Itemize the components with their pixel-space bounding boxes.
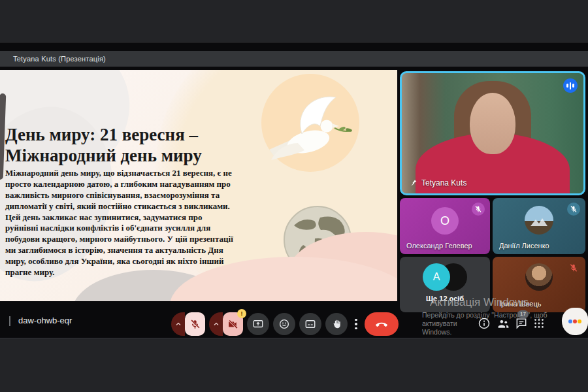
participant-tile-main[interactable]: Tetyana Kuts bbox=[400, 71, 585, 195]
chevron-up-icon bbox=[174, 320, 182, 328]
apps-grid-icon bbox=[532, 317, 546, 330]
present-screen-button[interactable] bbox=[247, 313, 269, 335]
screen: Tetyana Kuts (Презентація) bbox=[0, 0, 588, 392]
widget-dot bbox=[578, 319, 581, 323]
mic-options-button[interactable] bbox=[171, 312, 185, 336]
end-call-icon bbox=[374, 317, 389, 331]
camera-off-icon bbox=[227, 319, 238, 330]
captions-button[interactable] bbox=[299, 313, 321, 335]
reactions-button[interactable] bbox=[273, 313, 295, 335]
divider bbox=[9, 316, 10, 326]
slide-title-line2: Міжнародний день миру bbox=[5, 146, 247, 167]
widget-dot bbox=[573, 319, 577, 323]
call-controls: ! bbox=[171, 312, 399, 336]
more-options-button[interactable] bbox=[351, 313, 361, 335]
participant-name: Даніїл Лисенко bbox=[499, 242, 549, 250]
pin-icon bbox=[410, 179, 417, 187]
mic-off-icon bbox=[189, 319, 201, 330]
camera-toggle-button[interactable]: ! bbox=[223, 312, 243, 336]
people-count-badge: 17 bbox=[517, 310, 529, 318]
camera-alert-badge: ! bbox=[237, 309, 246, 318]
presenter-bar: Tetyana Kuts (Презентація) bbox=[0, 51, 588, 67]
presenter-bar-label: Tetyana Kuts (Презентація) bbox=[13, 55, 106, 63]
present-screen-icon bbox=[252, 318, 264, 330]
mic-control-group bbox=[171, 312, 205, 336]
participant-name: Tetyana Kuts bbox=[421, 178, 466, 188]
avatar: A bbox=[423, 263, 450, 291]
reactions-icon bbox=[278, 318, 290, 330]
people-icon bbox=[497, 317, 510, 331]
more-options-icon bbox=[355, 319, 357, 321]
slide-title-line1: День миру: 21 вересня – bbox=[5, 125, 247, 146]
participant-tile[interactable]: O Олександр Гелевер bbox=[400, 198, 490, 254]
widget-dot bbox=[568, 319, 572, 323]
slide-body-text: Міжнародний день миру, що відзначається … bbox=[5, 168, 234, 278]
dove-illustration bbox=[256, 87, 361, 178]
activities-button[interactable] bbox=[532, 317, 547, 331]
participant-tile[interactable]: Даніїл Лисенко bbox=[493, 198, 585, 254]
mic-off-icon bbox=[567, 261, 580, 274]
avatar-stack: A bbox=[423, 263, 467, 291]
participant-name-chip: Tetyana Kuts bbox=[410, 178, 466, 188]
overlay-widget[interactable] bbox=[562, 308, 588, 335]
mic-mute-button[interactable] bbox=[185, 312, 205, 336]
end-call-button[interactable] bbox=[365, 312, 399, 336]
chat-icon bbox=[515, 317, 528, 330]
mic-off-icon bbox=[472, 203, 485, 216]
mic-off-icon bbox=[567, 203, 580, 216]
captions-icon bbox=[304, 318, 316, 330]
raise-hand-icon bbox=[331, 319, 342, 330]
camera-control-group: ! bbox=[209, 312, 243, 336]
avatar: O bbox=[431, 207, 459, 235]
avatar bbox=[525, 263, 553, 291]
info-icon bbox=[478, 317, 491, 330]
meet-window: Tetyana Kuts (Презентація) bbox=[0, 42, 588, 338]
avatar bbox=[525, 206, 553, 235]
windows-activation-watermark: Активація Windows bbox=[430, 296, 529, 309]
slide-title: День миру: 21 вересня – Міжнародний день… bbox=[5, 125, 247, 166]
speaker-face bbox=[470, 93, 515, 154]
show-everyone-button[interactable] bbox=[497, 317, 511, 331]
participant-name: Олександр Гелевер bbox=[406, 242, 472, 250]
presentation-slide: День миру: 21 вересня – Міжнародний день… bbox=[0, 70, 397, 301]
raise-hand-button[interactable] bbox=[325, 313, 348, 335]
audio-level-icon bbox=[563, 78, 578, 93]
meeting-details-button[interactable] bbox=[478, 317, 492, 331]
camera-options-button[interactable] bbox=[209, 312, 223, 336]
meeting-code: daw-ohwb-eqr bbox=[18, 316, 72, 325]
chat-button[interactable] bbox=[515, 317, 529, 331]
chevron-up-icon bbox=[212, 320, 220, 328]
